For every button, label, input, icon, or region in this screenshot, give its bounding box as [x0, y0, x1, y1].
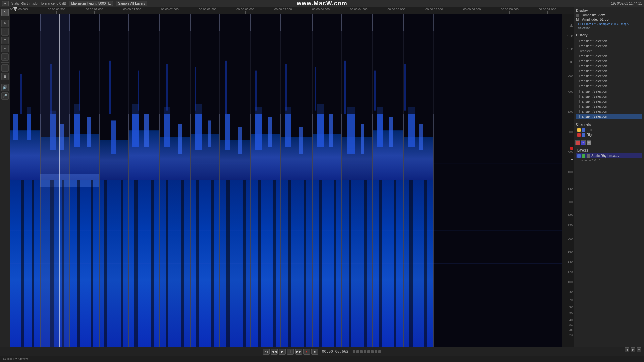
mic-button[interactable]: 🎤: [1, 92, 9, 100]
transport-meter: [353, 350, 381, 353]
speaker-button[interactable]: 🔊: [1, 84, 9, 91]
app-menu-button[interactable]: ≡: [2, 1, 9, 6]
history-section-title: History: [576, 33, 642, 37]
tolerance-label: Tolerance: 0.0 dB: [40, 2, 66, 5]
history-item-12[interactable]: Transient Selection: [576, 99, 642, 104]
svg-rect-101: [409, 180, 413, 347]
crop-tool-button[interactable]: ⊡: [1, 53, 9, 61]
record-button[interactable]: ●: [303, 349, 310, 355]
svg-rect-79: [77, 180, 80, 347]
y-axis: 2k 1.5k 1.2k 1k 900 800 700 600 500 400 …: [562, 14, 574, 347]
ruler-label: 00:00:03.500: [274, 8, 292, 11]
ruler-mark: 00:00:02.500: [199, 8, 217, 14]
history-item-0[interactable]: Transient Selection: [576, 39, 642, 44]
svg-rect-107: [109, 61, 111, 114]
history-item-6[interactable]: Transient Selection: [576, 69, 642, 74]
svg-rect-91: [258, 180, 261, 347]
svg-rect-82: [121, 180, 123, 347]
channel-left-color1: [577, 128, 581, 132]
history-item-4[interactable]: Transient Selection: [576, 59, 642, 64]
layer-option-button[interactable]: ▼: [587, 140, 591, 145]
y-label-28: 28: [569, 328, 573, 331]
y-label-2k: 2k: [569, 24, 573, 27]
eraser-tool-button[interactable]: ◻: [1, 37, 9, 44]
history-item-7[interactable]: Transient Selection: [576, 74, 642, 79]
layer-color2: [582, 154, 585, 158]
waveform-row: 2k 1.5k 1.2k 1k 900 800 700 600 500 400 …: [10, 14, 574, 347]
zoom-out-button[interactable]: ⊖: [1, 73, 9, 80]
svg-rect-68: [419, 124, 423, 150]
pencil-tool-button[interactable]: ✎: [1, 20, 9, 27]
meter-dot-4: [364, 350, 366, 353]
ruler-mark: 00:00:03.500: [274, 8, 292, 14]
layer-add-button[interactable]: +: [581, 140, 586, 145]
brush-tool-button[interactable]: ⌇: [1, 28, 9, 36]
select-tool-button[interactable]: ↖: [1, 9, 9, 16]
y-label-1500: 1.5k: [567, 34, 573, 38]
svg-rect-56: [342, 137, 372, 180]
ruler-label: 00:00:00.000: [10, 8, 28, 11]
svg-rect-48: [299, 127, 303, 154]
history-item-9[interactable]: Transient Selection: [576, 84, 642, 89]
history-item-11[interactable]: Transient Selection: [576, 94, 642, 99]
go-start-button[interactable]: ⏮: [263, 349, 270, 355]
transport-bar: ⏮ ◀◀ ▶ ⏸ ▶▶ ● ■ 00:00:00.662: [0, 347, 644, 356]
ruler-tick: [359, 11, 359, 14]
history-item-8[interactable]: Transient Selection: [576, 79, 642, 84]
pause-button[interactable]: ⏸: [287, 349, 294, 355]
ruler-tick: [245, 11, 246, 14]
ruler-mark: 00:00:05.500: [425, 8, 443, 14]
history-item-14[interactable]: Transient Selection: [576, 109, 642, 114]
svg-rect-88: [211, 180, 214, 347]
svg-rect-92: [273, 180, 276, 347]
history-item-2[interactable]: Deselect: [576, 49, 642, 54]
svg-rect-75: [21, 180, 24, 347]
rewind-button[interactable]: ◀◀: [271, 349, 278, 355]
layers-toolbar: - + ▼: [574, 139, 644, 146]
channel-left-label: Left: [587, 128, 592, 132]
waveform-container: 00:00:00.00000:00:00.50000:00:01.00000:0…: [10, 7, 574, 347]
svg-rect-14: [87, 117, 91, 147]
ruler-mark: 00:00:03.000: [236, 8, 254, 14]
ruler-label: 00:00:06.500: [501, 8, 519, 11]
meter-dot-5: [367, 350, 370, 353]
svg-rect-104: [20, 74, 22, 114]
history-item-13[interactable]: Transient Selection: [576, 104, 642, 109]
fast-forward-button[interactable]: ▶▶: [295, 349, 302, 355]
sample-all-layers-button[interactable]: Sample All Layers: [116, 1, 147, 6]
ruler-label: 00:00:03.000: [236, 8, 254, 11]
svg-rect-111: [225, 61, 227, 114]
display-section: Display Composite View Min Amplitude: -5…: [574, 7, 644, 32]
layer-main-row[interactable]: Static Rhythm.wav: [576, 153, 642, 158]
zoom-in-button[interactable]: ⊕: [1, 64, 9, 72]
play-button[interactable]: ▶: [279, 349, 286, 355]
y-label-260: 260: [568, 214, 573, 217]
svg-rect-38: [238, 127, 241, 154]
ruler-tick: [509, 11, 510, 14]
add-marker-button[interactable]: +: [571, 157, 573, 162]
ruler-tick: [472, 11, 472, 14]
history-item-1[interactable]: Transient Selection: [576, 44, 642, 49]
waveform-display[interactable]: [10, 14, 562, 347]
timeline-ruler[interactable]: 00:00:00.00000:00:00.50000:00:01.00000:0…: [10, 7, 574, 14]
ruler-label: 00:00:04.000: [312, 8, 330, 11]
ruler-tick: [208, 11, 208, 14]
svg-rect-85: [166, 180, 168, 347]
ruler-tick: [94, 11, 95, 14]
history-item-15[interactable]: Transient Selection: [576, 114, 642, 119]
scissors-tool-button[interactable]: ✂: [1, 45, 9, 52]
svg-rect-115: [344, 61, 346, 114]
svg-rect-106: [79, 71, 80, 111]
history-item-5[interactable]: Transient Selection: [576, 64, 642, 69]
history-item-3[interactable]: Transient Selection: [576, 54, 642, 59]
view-icon: [576, 14, 579, 17]
layer-delete-button[interactable]: -: [575, 140, 580, 145]
ruler-label: 00:00:00.500: [48, 8, 66, 11]
min-amplitude-row: Min Amplitude: -51 dB: [576, 18, 642, 21]
ruler-label: 00:00:06.000: [463, 8, 481, 11]
stop-button[interactable]: ■: [311, 349, 318, 355]
max-height-button[interactable]: Maximum Height: 5000 Hz: [69, 1, 113, 6]
svg-rect-114: [315, 67, 316, 111]
history-item-10[interactable]: Transient Selection: [576, 89, 642, 94]
level-indicator: [570, 147, 573, 150]
